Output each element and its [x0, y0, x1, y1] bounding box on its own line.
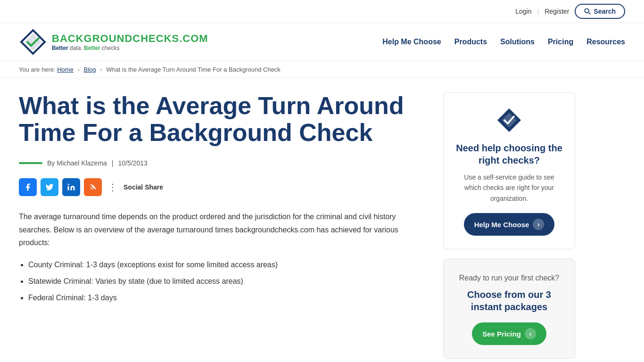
sidebar: Need help choosing the right checks? Use… — [443, 92, 575, 362]
top-bar-separator: | — [537, 8, 539, 15]
card2-pre-title: Ready to run your first check? — [455, 272, 563, 284]
svg-point-0 — [585, 8, 589, 13]
card1-title: Need help choosing the right checks? — [455, 142, 563, 166]
article-title: What is the Average Turn Around Time For… — [19, 92, 424, 146]
facebook-share-button[interactable] — [19, 178, 37, 196]
list-item: County Criminal: 1-3 days (exceptions ex… — [28, 258, 424, 271]
article-author: By Michael Klazema — [47, 159, 107, 167]
logo-diamond-icon — [19, 28, 47, 56]
rss-share-button[interactable] — [84, 178, 102, 196]
page-content: What is the Average Turn Around Time For… — [0, 78, 644, 362]
breadcrumb: You are here: Home › Blog › What is the … — [0, 61, 644, 78]
logo-area[interactable]: BACKGROUNDCHECKS.COM Better data. Better… — [19, 28, 208, 56]
pricing-arrow-icon: › — [525, 328, 536, 339]
nav-resources[interactable]: Resources — [586, 38, 625, 46]
article-list: County Criminal: 1-3 days (exceptions ex… — [28, 258, 424, 304]
nav-products[interactable]: Products — [454, 38, 487, 46]
nav-pricing[interactable]: Pricing — [548, 38, 573, 46]
article-meta: By Michael Klazema | 10/5/2013 — [19, 159, 424, 167]
svg-line-1 — [588, 12, 590, 14]
article-paragraph: The average turnaround time depends on t… — [19, 210, 424, 249]
main-nav: Help Me Choose Products Solutions Pricin… — [382, 38, 625, 46]
svg-point-5 — [90, 189, 91, 190]
twitter-icon — [45, 183, 54, 191]
article-area: What is the Average Turn Around Time For… — [19, 92, 424, 362]
social-bar: ⋮ Social Share — [19, 178, 424, 196]
sidebar-card-pricing: Ready to run your first check? Choose fr… — [443, 259, 575, 359]
arrow-icon: › — [533, 219, 544, 230]
see-pricing-button[interactable]: See Pricing › — [472, 322, 546, 345]
more-share-button[interactable]: ⋮ — [106, 180, 120, 194]
top-bar: Login | Register Search — [0, 0, 644, 23]
svg-point-4 — [68, 184, 69, 185]
help-me-choose-button[interactable]: Help Me Choose › — [464, 213, 555, 236]
breadcrumb-current: What is the Average Turn Around Time For… — [106, 66, 281, 73]
login-link[interactable]: Login — [515, 8, 531, 15]
breadcrumb-blog[interactable]: Blog — [84, 66, 96, 73]
logo-tagline: Better data. Better checks — [52, 45, 208, 51]
search-icon — [584, 8, 591, 15]
card1-desc: Use a self-service guide to see which ch… — [455, 172, 563, 204]
article-body: The average turnaround time depends on t… — [19, 210, 424, 304]
nav-help-me-choose[interactable]: Help Me Choose — [382, 38, 441, 46]
article-separator: | — [112, 159, 114, 167]
list-item: Statewide Criminal: Varies by state (due… — [28, 275, 424, 288]
logo-brand: BACKGROUNDCHECKS.COM — [52, 33, 208, 45]
card-diamond-icon — [495, 106, 523, 134]
breadcrumb-sep2: › — [100, 66, 102, 73]
card2-title: Choose from our 3 instant packages — [455, 288, 563, 313]
social-share-label: Social Share — [124, 183, 163, 191]
facebook-icon — [24, 183, 32, 191]
search-button[interactable]: Search — [575, 4, 625, 19]
breadcrumb-sep1: › — [78, 66, 80, 73]
breadcrumb-home[interactable]: Home — [57, 66, 74, 73]
site-header: BACKGROUNDCHECKS.COM Better data. Better… — [0, 23, 644, 61]
sidebar-card-help: Need help choosing the right checks? Use… — [443, 92, 575, 249]
article-date: 10/5/2013 — [118, 159, 147, 167]
twitter-share-button[interactable] — [41, 178, 58, 196]
rss-icon — [89, 183, 97, 191]
nav-solutions[interactable]: Solutions — [500, 38, 535, 46]
logo-text: BACKGROUNDCHECKS.COM Better data. Better… — [52, 33, 208, 51]
accent-line — [19, 162, 42, 164]
linkedin-icon — [67, 183, 75, 191]
list-item: Federal Criminal: 1-3 days — [28, 291, 424, 304]
register-link[interactable]: Register — [545, 8, 569, 15]
linkedin-share-button[interactable] — [62, 178, 80, 196]
